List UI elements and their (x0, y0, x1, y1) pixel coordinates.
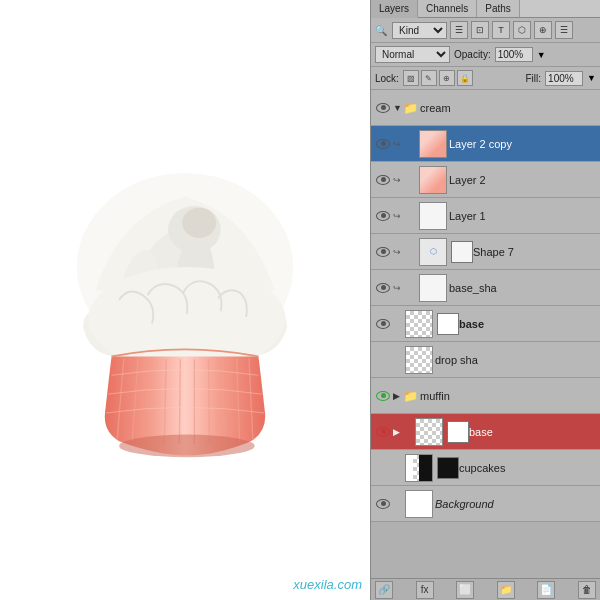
shape-filter-btn[interactable]: ⬡ (513, 21, 531, 39)
layer-name-layer2: Layer 2 (449, 174, 598, 186)
svg-point-2 (182, 208, 216, 238)
eye-icon (376, 211, 390, 221)
layer-row-layer2[interactable]: ↪ Layer 2 (371, 162, 600, 198)
folder-icon-cream: 📁 (403, 101, 418, 115)
eye-base-sha[interactable] (373, 283, 393, 293)
mask-base (437, 313, 459, 335)
eye-layer2copy[interactable] (373, 139, 393, 149)
indent-layer2copy: ↪ (393, 139, 407, 149)
kind-row: 🔍 Kind ☰ ⊡ T ⬡ ⊕ ☰ (371, 18, 600, 43)
thumb-layer1 (419, 202, 447, 230)
layer-name-muffin: muffin (420, 390, 598, 402)
mask-shape7 (451, 241, 473, 263)
layer-row-base[interactable]: base (371, 306, 600, 342)
layer-row-layer1[interactable]: ↪ Layer 1 (371, 198, 600, 234)
panel-tabs: Layers Channels Paths (371, 0, 600, 18)
opacity-arrow[interactable]: ▼ (537, 50, 546, 60)
lock-icons: ▨ ✎ ⊕ 🔒 (403, 70, 473, 86)
indent-shape7: ↪ (393, 247, 407, 257)
layers-bottom-bar: 🔗 fx ⬜ 📁 📄 🗑 (371, 578, 600, 600)
layer-row-drop-sha[interactable]: drop sha (371, 342, 600, 378)
eye-shape7[interactable] (373, 247, 393, 257)
thumb-shape7: ⬡ (419, 238, 447, 266)
kind-select[interactable]: Kind (392, 22, 447, 39)
thumb-base (405, 310, 433, 338)
layer-row-background[interactable]: Background (371, 486, 600, 522)
opacity-input[interactable] (495, 47, 533, 62)
layer-row-layer2copy[interactable]: ↪ Layer 2 copy (371, 126, 600, 162)
eye-icon (376, 499, 390, 509)
add-mask-btn[interactable]: ⬜ (456, 581, 474, 599)
search-icon: 🔍 (375, 25, 387, 36)
lock-row: Lock: ▨ ✎ ⊕ 🔒 Fill: ▼ (371, 67, 600, 90)
layer-name-layer2copy: Layer 2 copy (449, 138, 598, 150)
fill-input[interactable] (545, 71, 583, 86)
eye-base2[interactable] (373, 427, 393, 437)
svg-point-14 (119, 435, 255, 458)
lock-move-btn[interactable]: ⊕ (439, 70, 455, 86)
blend-row: Normal Opacity: ▼ (371, 43, 600, 67)
eye-icon-red (376, 427, 390, 437)
lock-all-btn[interactable]: 🔒 (457, 70, 473, 86)
thumb-base-sha (419, 274, 447, 302)
eye-layer2[interactable] (373, 175, 393, 185)
tab-paths[interactable]: Paths (477, 0, 520, 17)
layers-list: ▼ 📁 cream ↪ Layer 2 copy ↪ Layer 2 ↪ Lay (371, 90, 600, 578)
eye-icon (376, 103, 390, 113)
eye-icon (376, 175, 390, 185)
eye-cream-group[interactable] (373, 103, 393, 113)
cupcake-image (35, 140, 335, 460)
new-group-btn[interactable]: 📁 (497, 581, 515, 599)
layer-name-base2: base (469, 426, 598, 438)
type-filter-btn[interactable]: T (492, 21, 510, 39)
tab-layers[interactable]: Layers (371, 0, 418, 18)
layers-panel: Layers Channels Paths 🔍 Kind ☰ ⊡ T ⬡ ⊕ ☰… (370, 0, 600, 600)
thumb-cupcakes (405, 454, 433, 482)
pixel-filter-btn[interactable]: ☰ (450, 21, 468, 39)
layer-name-base: base (459, 318, 598, 330)
group-arrow-cream[interactable]: ▼ (393, 103, 403, 113)
add-style-btn[interactable]: fx (416, 581, 434, 599)
link-layers-btn[interactable]: 🔗 (375, 581, 393, 599)
group-arrow-muffin[interactable]: ▶ (393, 391, 403, 401)
eye-muffin[interactable] (373, 391, 393, 401)
more-filter-btn[interactable]: ☰ (555, 21, 573, 39)
eye-base[interactable] (373, 319, 393, 329)
tab-channels[interactable]: Channels (418, 0, 477, 17)
layer-row-cupcakes[interactable]: cupcakes (371, 450, 600, 486)
layer-name-base-sha: base_sha (449, 282, 598, 294)
mask-cupcakes (437, 457, 459, 479)
lock-label: Lock: (375, 73, 399, 84)
delete-layer-btn[interactable]: 🗑 (578, 581, 596, 599)
mask-base2 (447, 421, 469, 443)
layer-row-muffin[interactable]: ▶ 📁 muffin (371, 378, 600, 414)
lock-position-btn[interactable]: ✎ (421, 70, 437, 86)
adjustment-filter-btn[interactable]: ⊡ (471, 21, 489, 39)
layer-name-shape7: Shape 7 (473, 246, 598, 258)
eye-layer1[interactable] (373, 211, 393, 221)
layer-row-base-sha[interactable]: ↪ base_sha (371, 270, 600, 306)
fill-arrow[interactable]: ▼ (587, 73, 596, 83)
thumb-layer2 (419, 166, 447, 194)
lock-pixels-btn[interactable]: ▨ (403, 70, 419, 86)
layer-name-cupcakes: cupcakes (459, 462, 598, 474)
thumb-base2 (415, 418, 443, 446)
layer-name-drop-sha: drop sha (435, 354, 598, 366)
blend-mode-select[interactable]: Normal (375, 46, 450, 63)
indent-base-sha: ↪ (393, 283, 407, 293)
layer-row-shape7[interactable]: ↪ ⬡ Shape 7 (371, 234, 600, 270)
indent-layer2: ↪ (393, 175, 407, 185)
thumb-background (405, 490, 433, 518)
layer-row-cream-group[interactable]: ▼ 📁 cream (371, 90, 600, 126)
fill-label: Fill: (526, 73, 542, 84)
opacity-label: Opacity: (454, 49, 491, 60)
eye-background[interactable] (373, 499, 393, 509)
svg-line-10 (209, 359, 210, 444)
eye-icon (376, 247, 390, 257)
layer-row-base2[interactable]: ▶ base (371, 414, 600, 450)
smart-filter-btn[interactable]: ⊕ (534, 21, 552, 39)
new-layer-btn[interactable]: 📄 (537, 581, 555, 599)
layer-name-layer1: Layer 1 (449, 210, 598, 222)
group-arrow-base2[interactable]: ▶ (393, 427, 403, 437)
watermark: xuexila.com (293, 577, 362, 592)
